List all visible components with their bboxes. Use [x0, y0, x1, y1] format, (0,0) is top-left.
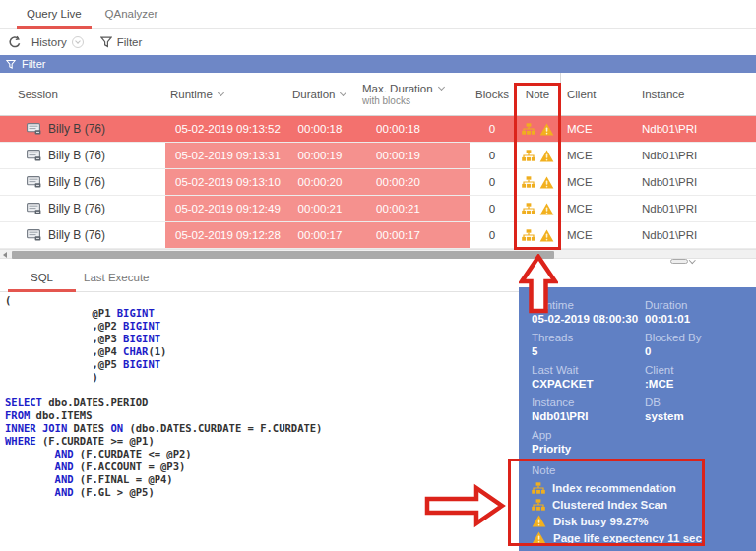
details-fields: Runtime 05-02-2019 08:00:30 Duration 00:…: [532, 299, 756, 456]
blocks-cell: 0: [470, 169, 515, 195]
tab-last-execute[interactable]: Last Execute: [76, 263, 157, 291]
runtime-cell: 05-02-2019 09:13:10: [165, 169, 285, 195]
column-header-max-duration[interactable]: Max. Duration with blocks: [354, 73, 470, 115]
note-item: Index recommendation: [532, 481, 756, 494]
blocks-cell: 0: [470, 196, 515, 221]
duration-cell: 00:00:18: [285, 116, 354, 142]
note-item-text: Index recommendation: [552, 482, 676, 494]
history-label: History: [32, 36, 67, 48]
client-cell: MCE: [561, 143, 630, 168]
table-row[interactable]: Billy B (76) 05-02-2019 09:13:31 00:00:1…: [0, 143, 756, 169]
client-cell: MCE: [561, 169, 630, 195]
max-duration-cell: 00:00:18: [354, 116, 470, 142]
max-duration-cell: 00:00:21: [354, 196, 470, 221]
client-cell: MCE: [561, 222, 630, 248]
duration-cell: 00:00:20: [285, 169, 354, 195]
blocks-cell: 0: [470, 116, 515, 142]
session-cell: Billy B (76): [0, 116, 165, 142]
panel-field: App Priority: [532, 429, 645, 456]
tab-label: QAnalyzer: [105, 8, 158, 20]
warning-icon: [539, 203, 554, 215]
session-name: Billy B (76): [48, 175, 105, 189]
session-name: Billy B (76): [48, 202, 105, 215]
client-cell: MCE: [561, 116, 630, 142]
field-label: Duration: [645, 299, 756, 312]
warning-icon: [539, 229, 554, 242]
field-label: App: [532, 429, 645, 442]
table-row[interactable]: Billy B (76) 05-02-2019 09:13:52 00:00:1…: [0, 116, 756, 143]
index-recommendation-icon: [532, 499, 545, 511]
runtime-cell: 05-02-2019 09:13:52: [165, 116, 285, 142]
details-panel: Runtime 05-02-2019 08:00:30 Duration 00:…: [519, 287, 756, 551]
filter-bar[interactable]: Filter: [0, 55, 756, 73]
column-header-duration[interactable]: Duration: [285, 73, 354, 115]
scroll-left-arrow-icon[interactable]: [3, 252, 7, 258]
field-label: Runtime: [532, 299, 645, 312]
tab-qanalyzer[interactable]: QAnalyzer: [94, 0, 170, 28]
filter-bar-label: Filter: [22, 58, 45, 70]
max-duration-cell: 00:00:17: [354, 222, 470, 248]
index-recommendation-icon: [532, 482, 545, 494]
index-recommendation-icon: [522, 176, 536, 188]
table-row[interactable]: Billy B (76) 05-02-2019 09:12:49 00:00:2…: [0, 196, 756, 222]
column-header-note[interactable]: Note: [515, 73, 561, 115]
field-label: Threads: [532, 332, 645, 344]
field-value: Ndb01\PRI: [532, 409, 645, 423]
sort-chevron-icon: [438, 83, 445, 90]
column-header-session[interactable]: Session: [0, 73, 165, 115]
field-label: Last Wait: [532, 364, 645, 377]
filter-label: Filter: [117, 36, 143, 48]
table-rows: Billy B (76) 05-02-2019 09:13:52 00:00:1…: [0, 116, 756, 249]
column-header-runtime[interactable]: Runtime: [165, 73, 285, 115]
panel-field: Last Wait CXPACKET: [532, 364, 645, 391]
table-row[interactable]: Billy B (76) 05-02-2019 09:13:10 00:00:2…: [0, 169, 756, 196]
max-duration-cell: 00:00:19: [354, 143, 470, 168]
note-cell: [515, 196, 561, 221]
table-row[interactable]: Billy B (76) 05-02-2019 09:12:28 00:00:1…: [0, 222, 756, 249]
index-recommendation-icon: [522, 150, 536, 161]
horizontal-scrollbar[interactable]: [0, 249, 756, 259]
sort-chevron-icon: [340, 89, 346, 95]
note-section-label: Note: [532, 464, 756, 477]
table-header: Session Runtime Duration Max. Duration w…: [0, 73, 756, 116]
runtime-cell: 05-02-2019 09:13:31: [165, 143, 285, 168]
tab-query-live[interactable]: Query Live: [15, 0, 94, 28]
column-header-instance[interactable]: Instance: [630, 73, 756, 115]
toolbar: History Filter: [0, 29, 756, 55]
panel-field: Client :MCE: [645, 364, 756, 391]
chevron-down-circle-icon[interactable]: [72, 36, 84, 48]
session-cell: Billy B (76): [0, 222, 165, 248]
panel-field: DB system: [645, 397, 756, 423]
note-items: Index recommendation Clustered Index Sca…: [532, 481, 756, 544]
field-value: Priority: [532, 442, 645, 456]
field-label: DB: [645, 397, 756, 409]
session-icon: [27, 203, 41, 214]
blocks-cell: 0: [470, 143, 515, 168]
sort-chevron-icon: [218, 89, 224, 95]
funnel-icon: [100, 36, 112, 48]
note-cell: [515, 222, 561, 248]
field-value: 05-02-2019 08:00:30: [532, 312, 645, 326]
panel-field: Duration 00:01:01: [645, 299, 756, 326]
field-value: 00:01:01: [645, 312, 756, 326]
panel-field: Blocked By 0: [645, 332, 756, 358]
filter-button[interactable]: Filter: [100, 36, 143, 48]
warning-icon: [539, 150, 554, 162]
session-name: Billy B (76): [48, 228, 105, 242]
note-cell: [515, 143, 561, 168]
duration-cell: 00:00:17: [285, 222, 354, 248]
note-cell: [515, 169, 561, 195]
app-window: Query Live QAnalyzer History Filter Filt…: [0, 0, 756, 551]
column-header-client[interactable]: Client: [561, 73, 630, 115]
scrollbar-thumb[interactable]: [12, 251, 554, 259]
runtime-cell: 05-02-2019 09:12:49: [165, 196, 285, 221]
note-item-text: Disk busy 99.27%: [553, 516, 649, 527]
tab-sql[interactable]: SQL: [8, 263, 76, 291]
column-header-blocks[interactable]: Blocks: [470, 73, 515, 115]
field-value: 0: [645, 344, 756, 358]
field-label: Client: [645, 364, 756, 377]
refresh-icon[interactable]: [8, 34, 23, 49]
sql-code: ( @P1 BIGINT ,@P2 BIGINT ,@P3 BIGINT ,@P…: [5, 294, 512, 499]
history-button[interactable]: History: [32, 36, 84, 48]
session-icon: [27, 123, 41, 135]
